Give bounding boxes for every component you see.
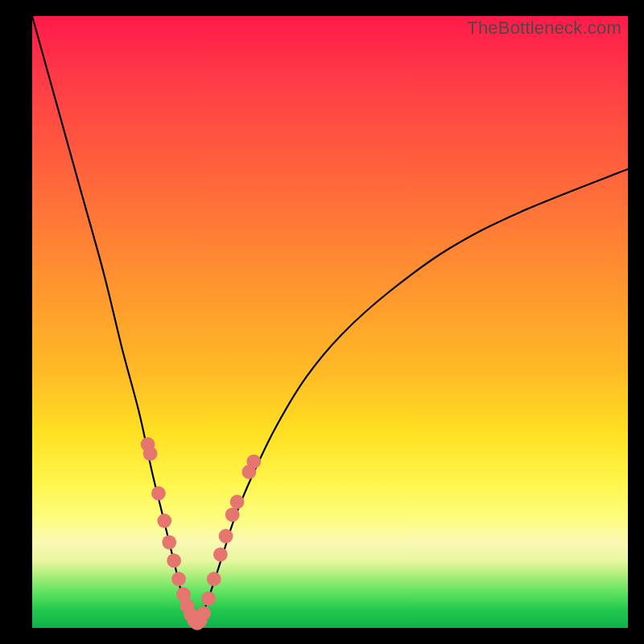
chart-frame: TheBottleneck.com (0, 0, 644, 644)
curve-marker (151, 486, 166, 501)
curve-marker (219, 529, 233, 543)
curve-marker (230, 495, 245, 510)
curve-marker (171, 572, 186, 586)
curve-marker (225, 508, 240, 522)
plot-area: TheBottleneck.com (32, 16, 628, 628)
curve-marker (167, 554, 181, 568)
curve-left-branch (32, 16, 196, 625)
curve-marker (246, 454, 261, 469)
bottleneck-curve (32, 16, 628, 628)
curve-marker (162, 535, 176, 550)
curve-markers (141, 437, 261, 630)
curve-marker (213, 547, 228, 562)
curve-marker (201, 592, 216, 606)
curve-marker (143, 447, 158, 461)
curve-right-branch (196, 169, 629, 625)
curve-marker (196, 606, 211, 621)
curve-marker (207, 572, 221, 586)
curve-marker (157, 514, 171, 528)
